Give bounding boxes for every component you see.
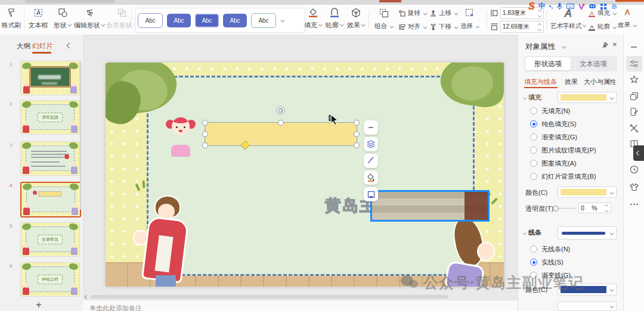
sidebar-scrollbar[interactable] [80,61,82,210]
ime-skin-icon[interactable] [578,3,585,10]
shape-effects-button[interactable]: 效果 [346,5,366,35]
tools-icon[interactable] [630,124,639,133]
move-down-button[interactable]: 下移 [429,21,459,33]
shape-style-5[interactable]: Abc [251,13,276,28]
hscroll-left-arrow[interactable] [85,295,89,299]
edit-shape-button[interactable]: 编辑形状 [74,5,105,35]
shape-style-3[interactable]: Abc [195,14,219,27]
ime-symbol-icon[interactable]: •, [549,3,553,10]
shape-style-2[interactable]: Abc [167,14,191,27]
layer-order-button[interactable] [364,137,378,151]
fill-option-pattern[interactable]: 图案填充(A) [530,158,577,168]
slide-thumbnail-4-current[interactable] [20,182,81,217]
rotate-button[interactable]: 旋转 [398,7,428,19]
cartoon-kid [23,287,29,295]
selected-textbox-mosaic[interactable] [370,190,490,222]
resize-handle-ne[interactable] [354,120,360,126]
add-slide-button[interactable]: + [36,299,42,311]
line-color-swatch[interactable] [558,284,617,296]
favorites-star-icon[interactable] [630,75,639,84]
align-button[interactable]: 对齐 [398,21,428,33]
rotate-handle[interactable] [276,106,285,117]
ime-mic-icon[interactable] [556,2,563,10]
fill-option-solid[interactable]: 纯色填充(S) [530,119,577,129]
copy-layers-icon[interactable] [630,92,639,101]
panel-title-caret[interactable] [562,45,566,49]
wordart-outline-button[interactable]: A 轮廓 [588,21,617,33]
tab-outline[interactable]: 大纲 [17,42,30,51]
line-section-header[interactable]: 线条 [523,228,541,237]
fill-option-background[interactable]: 幻灯片背景填充(B) [530,172,596,181]
ime-grid-icon[interactable] [600,3,607,10]
line-preview-swatch[interactable] [558,226,617,240]
tab-shape-options[interactable]: 形状选项 [525,57,571,70]
ime-smart-icon[interactable] [589,3,596,10]
notes-bar[interactable]: 单击此处添加备注 [83,300,518,311]
slide-thumbnail-2[interactable]: 课程起源 [20,100,80,135]
transparency-stepper[interactable] [605,204,608,212]
shapes-button[interactable]: 形状 [52,5,73,35]
transparency-slider-knob[interactable] [553,206,559,212]
line-option-gradient[interactable]: 渐变线(G) [530,270,571,280]
slide-thumbnail-6[interactable]: 种植过程 [20,262,80,297]
slide-thumbnail-3[interactable] [20,141,80,176]
shape-width-input[interactable]: 12.69厘米 [500,21,544,33]
fill-option-none[interactable]: 无填充(N) [530,106,570,116]
horizontal-scrollbar[interactable] [91,295,448,298]
group-button[interactable]: 组合 [372,5,398,35]
ime-keyboard-icon[interactable] [566,3,574,10]
more-options-icon[interactable] [630,203,639,206]
panel-collapse-tab[interactable] [633,145,644,161]
slide-thumbnail-1[interactable] [20,61,80,95]
shape-style-1[interactable]: Abc [138,13,163,28]
history-clock-icon[interactable] [630,165,639,174]
gallery-more-caret[interactable] [281,18,285,23]
shape-fill-button[interactable]: 填充 [303,5,323,35]
fill-section-header[interactable]: 填充 [523,93,541,102]
resize-handle-nw[interactable] [202,120,208,126]
move-up-button[interactable]: 上移 [429,7,459,19]
fill-option-picture[interactable]: 图片或纹理填充(P) [530,145,596,155]
fill-color-button[interactable] [364,170,378,185]
panel-close-icon[interactable]: × [612,40,617,49]
wordart-effects-button[interactable]: A 效果 [618,5,643,35]
text-box-button[interactable]: A 文本框 [26,5,50,35]
resize-handle-w[interactable] [202,131,208,137]
line-option-solid[interactable]: 实线(S) [530,257,564,267]
select-button[interactable]: 选择 [459,5,484,35]
brush-style-button[interactable] [364,154,378,168]
phone-edit-icon[interactable] [630,107,639,116]
width-stepper[interactable] [538,23,541,31]
pin-icon[interactable] [600,42,608,49]
tab-slides[interactable]: 幻灯片 [32,42,53,51]
collapse-panel-icon[interactable] [630,44,638,50]
ime-settings-icon[interactable] [611,3,618,10]
shape-outline-button[interactable]: 轮廓 [324,5,345,35]
clothing-skin-icon[interactable] [630,183,639,191]
pants [156,275,176,287]
transparency-input[interactable]: 0 % [578,203,611,213]
resize-handle-se[interactable] [354,142,360,148]
resize-handle-sw[interactable] [202,142,208,148]
subtab-size-properties[interactable]: 大小与属性 [584,77,617,86]
format-painter-button[interactable]: 格式刷 [0,5,23,35]
fill-option-gradient[interactable]: 渐变填充(G) [530,132,577,142]
collapse-toolbar-button[interactable] [364,120,378,135]
resize-handle-e[interactable] [354,131,360,137]
fill-color-swatch[interactable] [558,186,617,198]
tab-text-options[interactable]: 文本选项 [571,57,616,70]
shape-style-4[interactable]: Abc [223,14,247,27]
subtab-fill-line[interactable]: 填充与线条 [524,77,557,86]
ime-language-icon[interactable]: 中 [538,1,546,11]
subtab-effects[interactable]: 效果 [565,77,578,86]
slide-canvas[interactable]: 黄岛主 [106,63,504,287]
slide-thumbnail-5[interactable]: 生菜初见 [20,222,80,257]
line-option-none[interactable]: 无线条(N) [530,244,570,254]
sogou-logo-icon[interactable]: S [528,1,535,12]
sidebar-collapse-icon[interactable] [67,43,73,49]
resize-handle-n[interactable] [278,120,284,126]
fill-preview-swatch[interactable] [558,92,617,103]
properties-sliders-icon[interactable] [630,60,639,68]
format-shape-button[interactable] [364,187,378,201]
line-width-swatch-cropped[interactable] [558,301,617,311]
